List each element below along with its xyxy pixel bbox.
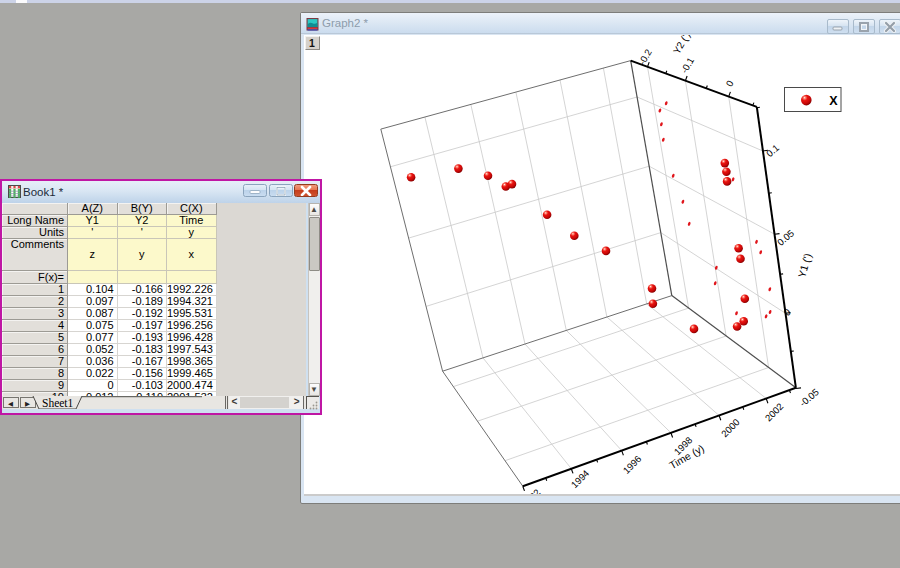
svg-text:0.1: 0.1 <box>764 142 781 159</box>
svg-text:Sheet1: Sheet1 <box>42 397 74 409</box>
svg-text:Y2 ('): Y2 (') <box>671 35 692 56</box>
svg-text:X: X <box>829 94 838 108</box>
svg-text:2002: 2002 <box>763 401 786 424</box>
svg-text:2000: 2000 <box>719 416 742 439</box>
svg-text:1996: 1996 <box>621 453 644 476</box>
svg-text:Y1 ('): Y1 (') <box>795 252 813 279</box>
svg-text:-0.2: -0.2 <box>636 47 654 67</box>
svg-text:-0.05: -0.05 <box>797 386 821 408</box>
svg-text:0: 0 <box>723 78 735 88</box>
svg-text:0: 0 <box>781 306 792 318</box>
svg-text:-0.1: -0.1 <box>678 55 696 75</box>
svg-text:0.05: 0.05 <box>775 227 796 247</box>
